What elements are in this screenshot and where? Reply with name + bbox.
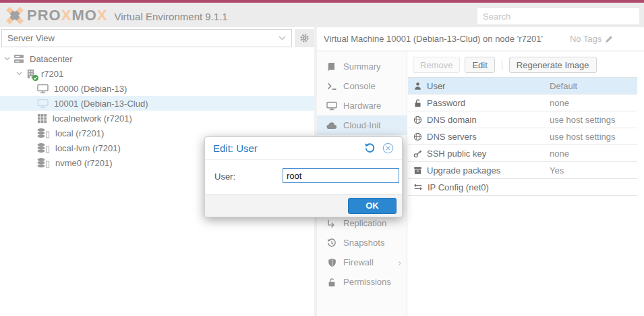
storage-disks-icon: [37, 128, 50, 138]
tree-item-vm-10001[interactable]: 10001 (Debian-13-Clud): [0, 96, 314, 111]
remove-button[interactable]: Remove: [413, 57, 460, 73]
tree-item-vm-10000[interactable]: 10000 (Debian-13): [0, 81, 314, 96]
pencil-icon: [605, 35, 613, 43]
menu-item-label: Hardware: [343, 101, 381, 111]
user-icon: [413, 82, 422, 90]
row-label: Password: [427, 98, 465, 108]
row-label: User: [427, 81, 445, 91]
menu-item-label: Console: [343, 81, 376, 91]
menu-item-summary[interactable]: Summary: [317, 57, 407, 76]
vm-monitor-icon: [37, 99, 49, 109]
user-field-label: User:: [214, 172, 235, 182]
tags-editor[interactable]: No Tags: [570, 34, 613, 44]
exchange-arrows-icon: [413, 183, 423, 191]
row-label: Upgrade packages: [427, 165, 500, 176]
app-header: PROXMOX Virtual Environment 9.1.1: [0, 0, 644, 27]
online-check-icon: [32, 75, 38, 81]
table-row-dns-domain[interactable]: DNS domain use host settings: [408, 111, 637, 128]
globe-icon: [413, 115, 422, 124]
tree-item-label: r7201: [41, 69, 63, 79]
key-icon: [413, 149, 422, 158]
cloud-icon: [326, 122, 338, 130]
row-value: Yes: [550, 165, 564, 176]
monitor-icon: [326, 101, 338, 111]
row-label: IP Config (net0): [428, 182, 489, 192]
storage-disks-icon: [37, 142, 50, 153]
row-value: none: [550, 149, 569, 159]
search-input[interactable]: [477, 8, 639, 24]
menu-item-cloud-init[interactable]: Cloud-Init: [317, 115, 407, 135]
tree-item-label: 10000 (Debian-13): [54, 84, 127, 94]
storage-disks-icon: [37, 157, 50, 168]
view-mode-select[interactable]: Server View: [1, 29, 292, 47]
table-row-user[interactable]: User Default: [408, 78, 637, 95]
menu-item-label: Replication: [343, 218, 386, 228]
no-tags-label: No Tags: [570, 34, 602, 44]
dialog-footer: OK: [205, 194, 402, 217]
tree-item-label: local (r7201): [55, 128, 104, 138]
tree-item-label: 10001 (Debian-13-Clud): [54, 99, 148, 109]
row-label: DNS servers: [427, 132, 477, 142]
cloud-init-panel: Remove Edit Regenerate Image User Defaul…: [408, 51, 644, 316]
toolbar-separator: [502, 59, 502, 70]
menu-item-label: Cloud-Init: [343, 120, 381, 130]
cloud-init-toolbar: Remove Edit Regenerate Image: [408, 51, 644, 73]
tree-item-label: local-lvm (r7201): [55, 143, 121, 153]
tree-item-localnetwork[interactable]: localnetwork (r7201): [0, 111, 314, 126]
history-icon: [326, 238, 338, 248]
table-row-upgrade-packages[interactable]: Upgrade packages Yes: [408, 162, 637, 179]
regenerate-image-button[interactable]: Regenerate Image: [509, 57, 597, 73]
view-mode-value: Server View: [7, 33, 55, 43]
dialog-body: User:: [205, 160, 402, 194]
row-value: use host settings: [550, 115, 616, 125]
dialog-title: Edit: User: [213, 142, 258, 154]
menu-item-firewall[interactable]: Firewall ›: [317, 253, 407, 272]
menu-item-snapshots[interactable]: Snapshots: [317, 233, 407, 253]
row-value: use host settings: [550, 132, 616, 142]
edit-button[interactable]: Edit: [465, 57, 494, 73]
proxmox-logo: PROXMOX Virtual Environment 9.1.1: [5, 6, 228, 25]
menu-item-console[interactable]: Console: [317, 76, 407, 96]
cloud-init-table: User Default Password none DNS domain us…: [408, 77, 637, 196]
row-value: none: [550, 98, 569, 108]
vm-monitor-icon: [37, 84, 49, 94]
book-icon: [326, 62, 338, 72]
table-row-ip-config-net0[interactable]: IP Config (net0): [408, 179, 637, 196]
content-header: Virtual Machine 10001 (Debian-13-Clud) o…: [317, 27, 644, 51]
menu-item-label: Snapshots: [343, 238, 384, 248]
globe-icon: [413, 132, 422, 141]
edit-user-dialog: Edit: User User: OK: [204, 136, 403, 217]
close-icon[interactable]: [382, 142, 394, 154]
chevron-right-icon: ›: [398, 257, 401, 268]
unlock-icon: [413, 99, 422, 107]
row-value: Default: [550, 81, 577, 91]
terminal-icon: [326, 82, 338, 90]
tree-settings-button[interactable]: [295, 29, 314, 47]
node-building-icon: [26, 69, 36, 79]
menu-item-label: Summary: [343, 61, 381, 72]
menu-item-permissions[interactable]: Permissions: [317, 272, 407, 292]
table-row-dns-servers[interactable]: DNS servers use host settings: [408, 128, 637, 145]
vm-title: Virtual Machine 10001 (Debian-13-Clud) o…: [324, 34, 543, 44]
replication-icon: [326, 219, 338, 228]
chevron-down-icon[interactable]: [4, 57, 11, 61]
menu-item-hardware[interactable]: Hardware: [317, 96, 407, 115]
ok-button[interactable]: OK: [348, 198, 397, 214]
tree-item-label: Datacenter: [30, 54, 73, 64]
shield-icon: [326, 258, 338, 267]
chevron-down-icon[interactable]: [16, 72, 23, 76]
unlock-icon: [326, 278, 338, 287]
chevron-down-icon: [279, 36, 286, 41]
version-subtitle: Virtual Environment 9.1.1: [115, 9, 228, 22]
reset-button[interactable]: [364, 142, 376, 154]
dialog-header[interactable]: Edit: User: [205, 137, 402, 160]
server-icon: [13, 54, 24, 63]
archive-box-icon: [413, 166, 422, 175]
table-row-password[interactable]: Password none: [408, 95, 637, 111]
tree-item-datacenter[interactable]: Datacenter: [0, 51, 314, 66]
menu-item-label: Permissions: [343, 277, 391, 287]
table-row-ssh-key[interactable]: SSH public key none: [408, 145, 637, 162]
user-field-input[interactable]: [283, 168, 399, 183]
tree-item-node-r7201[interactable]: r7201: [0, 66, 314, 81]
proxmox-x-icon: [5, 6, 24, 25]
